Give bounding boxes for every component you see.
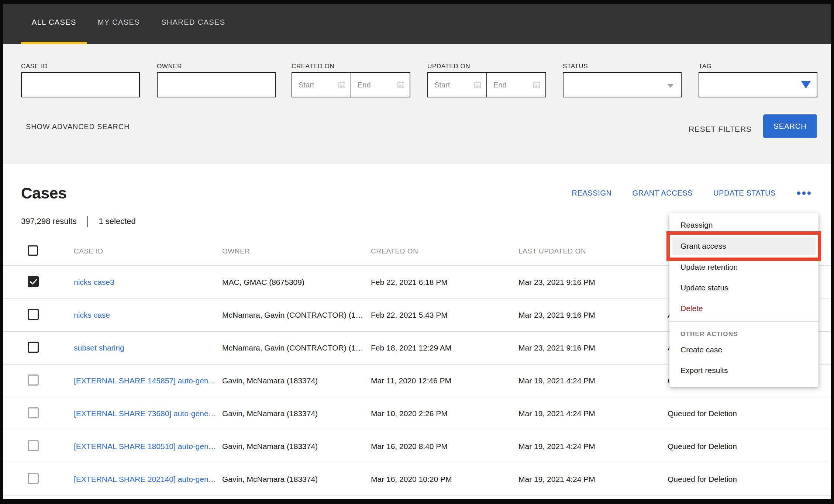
table-row: [EXTERNAL SHARE 180510] auto-gen… Gavin,… xyxy=(0,430,834,463)
updated-start-placeholder: Start xyxy=(434,81,450,89)
status-cell: Queued for Deletion xyxy=(668,475,834,484)
select-all-checkbox[interactable] xyxy=(28,245,38,256)
case-link[interactable]: [EXTERNAL SHARE 180510] auto-gen… xyxy=(74,442,222,451)
column-created-on: CREATED ON xyxy=(371,247,518,255)
updated-cell: Mar 23, 2021 9:16 PM xyxy=(518,278,668,287)
tab-my-cases-label: MY CASES xyxy=(98,18,140,27)
owner-cell: MAC, GMAC (8675309) xyxy=(222,278,371,287)
chevron-down-icon xyxy=(668,84,673,88)
column-case-id: CASE ID xyxy=(74,247,222,255)
calendar-icon xyxy=(337,80,346,89)
updated-cell: Mar 23, 2021 9:16 PM xyxy=(518,311,668,320)
search-button[interactable]: SEARCH xyxy=(763,114,817,138)
row-checkbox[interactable] xyxy=(28,374,39,386)
reset-filters-button[interactable]: RESET FILTERS xyxy=(689,125,752,134)
column-owner: OWNER xyxy=(222,247,371,255)
owner-cell: McNamara, Gavin (CONTRACTOR) (1… xyxy=(222,344,371,352)
updated-on-range: Start End xyxy=(427,72,546,97)
case-link[interactable]: subset sharing xyxy=(74,344,222,352)
created-end-date-field[interactable]: End xyxy=(351,72,410,97)
menu-item-create-case[interactable]: Create case xyxy=(669,339,819,360)
case-link[interactable]: nicks case xyxy=(74,311,222,320)
created-cell: Feb 18, 2021 12:29 AM xyxy=(371,344,518,352)
table-row: [EXTERNAL SHARE 202140] auto-gen… Gavin,… xyxy=(0,463,834,496)
menu-item-reassign[interactable]: Reassign xyxy=(669,215,819,235)
menu-item-grant-access[interactable]: Grant access xyxy=(672,237,816,255)
updated-cell: Mar 23, 2021 9:16 PM xyxy=(518,344,668,352)
tab-all-cases[interactable]: ALL CASES xyxy=(21,0,87,44)
created-cell: Feb 22, 2021 5:43 PM xyxy=(371,311,518,320)
menu-item-export-results[interactable]: Export results xyxy=(669,360,819,381)
calendar-icon xyxy=(396,80,405,89)
status-cell: Queued for Deletion xyxy=(668,442,834,451)
created-start-placeholder: Start xyxy=(299,81,314,89)
show-advanced-search-link[interactable]: SHOW ADVANCED SEARCH xyxy=(26,122,130,131)
created-cell: Feb 22, 2021 6:18 PM xyxy=(371,278,518,287)
status-select[interactable] xyxy=(563,72,682,97)
created-cell: Mar 16, 2020 10:20 PM xyxy=(371,475,518,484)
screenshot-frame xyxy=(0,499,834,504)
updated-cell: Mar 19, 2021 4:24 PM xyxy=(518,475,668,484)
row-checkbox[interactable] xyxy=(28,473,39,484)
case-link[interactable]: [EXTERNAL SHARE 145857] auto-gen… xyxy=(74,376,222,385)
more-actions-menu: Reassign Grant access Update retention U… xyxy=(669,213,819,387)
status-label: STATUS xyxy=(563,63,588,70)
menu-item-delete[interactable]: Delete xyxy=(669,298,819,319)
owner-cell: McNamara, Gavin (CONTRACTOR) (1… xyxy=(222,311,371,320)
selected-count: 1 selected xyxy=(99,217,135,226)
row-checkbox[interactable] xyxy=(28,407,39,418)
results-count: 397,298 results xyxy=(21,217,76,226)
reassign-action[interactable]: REASSIGN xyxy=(572,189,611,197)
screenshot-frame xyxy=(0,0,834,4)
row-checkbox[interactable] xyxy=(28,309,39,320)
status-cell: Queued for Deletion xyxy=(668,409,834,418)
owner-input[interactable] xyxy=(157,72,276,97)
screenshot-frame xyxy=(0,0,3,504)
column-last-updated-on: LAST UPDATED ON xyxy=(518,247,668,255)
case-link[interactable]: [EXTERNAL SHARE 202140] auto-gen… xyxy=(74,475,222,484)
tab-all-cases-label: ALL CASES xyxy=(32,18,76,27)
created-on-range: Start End xyxy=(292,72,410,97)
grant-access-action[interactable]: GRANT ACCESS xyxy=(633,189,693,197)
meta-divider xyxy=(87,216,88,227)
results-meta: 397,298 results 1 selected xyxy=(21,216,136,227)
update-status-action[interactable]: UPDATE STATUS xyxy=(713,189,776,197)
updated-end-date-field[interactable]: End xyxy=(486,72,546,97)
owner-cell: Gavin, McNamara (183374) xyxy=(222,409,371,418)
tab-shared-cases-label: SHARED CASES xyxy=(161,18,225,27)
updated-end-placeholder: End xyxy=(493,81,507,89)
row-checkbox[interactable] xyxy=(28,440,39,451)
created-start-date-field[interactable]: Start xyxy=(292,72,351,97)
case-id-input[interactable] xyxy=(21,72,140,97)
dropdown-arrow-icon xyxy=(801,81,811,89)
menu-item-update-status[interactable]: Update status xyxy=(669,277,819,298)
updated-start-date-field[interactable]: Start xyxy=(427,72,487,97)
case-link[interactable]: nicks case3 xyxy=(74,278,222,287)
case-link[interactable]: [EXTERNAL SHARE 73680] auto-gene… xyxy=(74,409,222,418)
tab-shared-cases[interactable]: SHARED CASES xyxy=(151,0,236,44)
updated-cell: Mar 19, 2021 4:24 PM xyxy=(518,376,668,385)
more-actions-icon[interactable] xyxy=(796,189,811,197)
owner-label: OWNER xyxy=(157,63,182,70)
created-end-placeholder: End xyxy=(358,81,371,89)
created-cell: Mar 16, 2020 8:40 PM xyxy=(371,442,518,451)
row-checkbox[interactable] xyxy=(28,342,39,353)
calendar-icon xyxy=(473,80,482,89)
owner-cell: Gavin, McNamara (183374) xyxy=(222,475,371,484)
tab-my-cases[interactable]: MY CASES xyxy=(87,0,151,44)
table-row: [EXTERNAL SHARE 73680] auto-gene… Gavin,… xyxy=(0,397,834,430)
updated-cell: Mar 19, 2021 4:24 PM xyxy=(518,409,668,418)
top-tab-bar: ALL CASES MY CASES SHARED CASES xyxy=(0,0,834,44)
tag-select[interactable] xyxy=(699,72,817,97)
created-cell: Mar 11, 2020 12:46 PM xyxy=(371,376,518,385)
owner-cell: Gavin, McNamara (183374) xyxy=(222,376,371,385)
app-screen: ALL CASES MY CASES SHARED CASES CASE ID … xyxy=(0,0,834,504)
owner-cell: Gavin, McNamara (183374) xyxy=(222,442,371,451)
filter-bar: CASE ID OWNER CREATED ON UPDATED ON STAT… xyxy=(0,44,834,164)
page-title: Cases xyxy=(21,184,67,202)
created-cell: Mar 10, 2020 2:26 PM xyxy=(371,409,518,418)
menu-item-update-retention[interactable]: Update retention xyxy=(669,257,819,277)
row-checkbox[interactable] xyxy=(28,276,39,287)
updated-on-label: UPDATED ON xyxy=(427,63,470,70)
screenshot-frame xyxy=(831,0,834,504)
